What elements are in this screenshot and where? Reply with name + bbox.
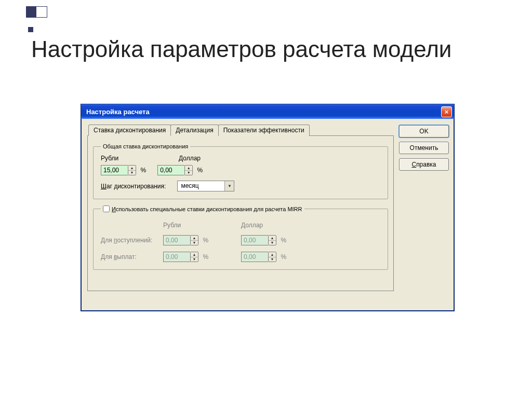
down-icon[interactable]: ▼ xyxy=(128,171,136,175)
down-icon: ▼ xyxy=(269,241,276,245)
up-icon: ▲ xyxy=(269,252,276,257)
help-button[interactable]: Справка xyxy=(399,158,449,171)
cancel-button[interactable]: Отменить xyxy=(399,142,449,154)
down-icon: ▼ xyxy=(269,257,276,262)
group-mirr: Использовать специальные ставки дисконти… xyxy=(93,205,388,270)
close-button[interactable]: × xyxy=(441,106,452,117)
up-icon[interactable]: ▲ xyxy=(128,166,136,171)
step-value: месяц xyxy=(178,181,224,191)
slide-title: Настройка параметров расчета модели xyxy=(31,36,506,63)
slide-bullet-decor xyxy=(26,6,47,32)
percent-label: % xyxy=(281,237,286,244)
label-usd: Доллар xyxy=(179,155,257,162)
tab-strip: Ставка дисконтирования Детализация Показ… xyxy=(88,124,394,135)
label-usd-mirr: Доллар xyxy=(241,222,319,229)
payments-usd-spin: ▲ ▼ xyxy=(241,252,276,262)
up-icon: ▲ xyxy=(191,252,198,257)
percent-label: % xyxy=(140,167,146,174)
down-icon: ▼ xyxy=(191,257,198,262)
receipts-rub-input xyxy=(163,235,190,245)
close-icon: × xyxy=(445,108,449,115)
down-icon: ▼ xyxy=(191,241,198,245)
payments-rub-input xyxy=(163,252,190,262)
window-title: Настройка расчета xyxy=(86,108,441,116)
label-rub-mirr: Рубли xyxy=(163,222,241,229)
ok-button[interactable]: OK xyxy=(399,125,449,138)
group-general-legend: Общая ставка дисконтирования xyxy=(101,143,190,149)
payments-usd-input xyxy=(241,252,268,262)
usd-rate-spin[interactable]: ▲ ▼ xyxy=(157,165,193,175)
up-icon: ▲ xyxy=(191,236,198,241)
label-rub: Рубли xyxy=(101,155,179,162)
mirr-legend: Использовать специальные ставки дисконти… xyxy=(112,206,302,212)
usd-rate-input[interactable] xyxy=(157,165,184,175)
label-receipts: Для поступлений: xyxy=(101,237,163,244)
dialog-window: Настройка расчета × Ставка дисконтирован… xyxy=(81,104,455,311)
up-icon: ▲ xyxy=(269,236,276,241)
percent-label: % xyxy=(281,253,286,260)
receipts-rub-spin: ▲ ▼ xyxy=(163,235,198,245)
label-step: Шаг дисконтирования: xyxy=(101,183,166,190)
up-icon[interactable]: ▲ xyxy=(185,166,192,171)
percent-label: % xyxy=(203,237,208,244)
step-dropdown[interactable]: месяц ▼ xyxy=(177,181,234,191)
down-icon[interactable]: ▼ xyxy=(185,171,192,175)
tab-discount-rate[interactable]: Ставка дисконтирования xyxy=(88,125,171,136)
label-payments: Для выплат: xyxy=(101,253,163,260)
dialog-buttons: OK Отменить Справка xyxy=(399,124,449,171)
receipts-usd-spin: ▲ ▼ xyxy=(241,235,276,245)
tab-detail[interactable]: Детализация xyxy=(170,125,218,136)
percent-label: % xyxy=(197,167,203,174)
group-general-rate: Общая ставка дисконтирования Рубли Долла… xyxy=(93,143,388,199)
chevron-down-icon[interactable]: ▼ xyxy=(224,181,234,191)
titlebar: Настройка расчета × xyxy=(81,104,454,119)
percent-label: % xyxy=(203,253,208,260)
receipts-usd-input xyxy=(241,235,268,245)
tab-panel: Общая ставка дисконтирования Рубли Долла… xyxy=(87,135,394,291)
rub-rate-spin[interactable]: ▲ ▼ xyxy=(101,165,136,175)
payments-rub-spin: ▲ ▼ xyxy=(163,252,198,262)
rub-rate-input[interactable] xyxy=(101,165,128,175)
mirr-checkbox[interactable] xyxy=(103,205,110,212)
tab-efficiency[interactable]: Показатели эффективности xyxy=(218,125,310,136)
